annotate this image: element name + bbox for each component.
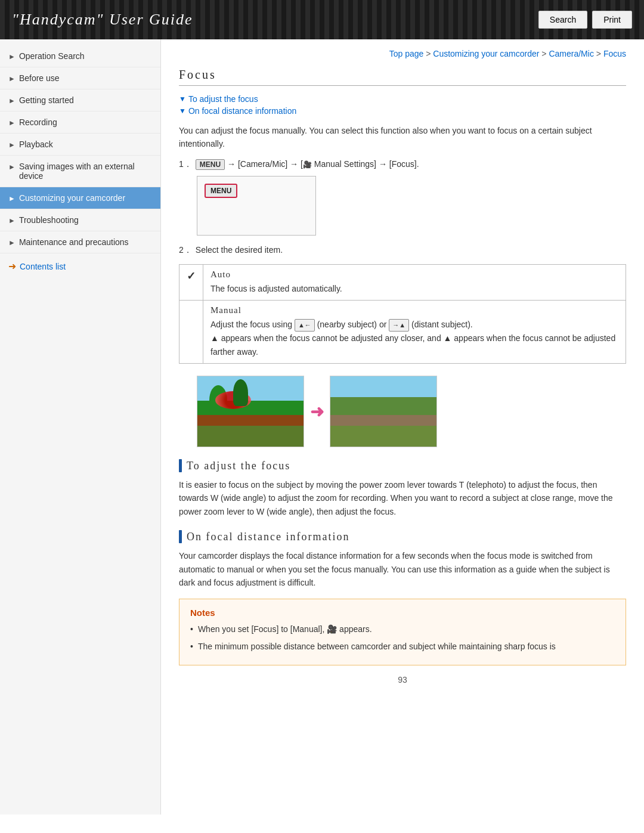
- menu-button-image: MENU: [205, 184, 237, 198]
- check-cell: ✓: [179, 264, 203, 300]
- auto-option-header: Auto: [210, 270, 618, 280]
- toc-link-focal[interactable]: ▼ On focal distance information: [179, 106, 626, 116]
- transition-arrow-icon: ➜: [310, 402, 324, 422]
- arrow-icon: ►: [8, 163, 16, 171]
- notes-box: Notes • When you set [Focus] to [Manual]…: [179, 599, 626, 665]
- breadcrumb-sep3: >: [596, 49, 603, 58]
- distant-icon: →▲: [389, 319, 409, 332]
- menu-tag: MENU: [196, 159, 225, 170]
- sidebar-item-label: Playback: [19, 140, 152, 149]
- step-1-content: MENU → [Camera/Mic] → [🎥 Manual Settings…: [196, 159, 419, 170]
- after-focus-image: [330, 376, 437, 447]
- options-table: ✓ Auto The focus is adjusted automatical…: [179, 264, 626, 364]
- table-row: ✓ Auto The focus is adjusted automatical…: [179, 264, 626, 300]
- bullet-icon: •: [190, 640, 193, 653]
- empty-check-cell: [179, 301, 203, 364]
- notes-item-2: • The minimum possible distance between …: [190, 640, 615, 653]
- toc-adjust-label: To adjust the focus: [188, 94, 258, 104]
- breadcrumb-customizing[interactable]: Customizing your camcorder: [433, 49, 539, 58]
- breadcrumb-focus[interactable]: Focus: [603, 49, 626, 58]
- menu-illustration: MENU: [197, 176, 316, 236]
- manual-option-cell: Manual Adjust the focus using ▲← (nearby…: [203, 301, 626, 364]
- focus-images-row: ➜: [197, 376, 626, 447]
- contents-list-link[interactable]: ➜ Contents list: [0, 253, 160, 279]
- search-button[interactable]: Search: [538, 11, 587, 29]
- sidebar-item-label: Operation Search: [19, 51, 152, 61]
- sidebar-item-operation-search[interactable]: ► Operation Search: [0, 45, 160, 67]
- main-layout: ► Operation Search ► Before use ► Gettin…: [0, 39, 644, 815]
- step-1: 1． MENU → [Camera/Mic] → [🎥 Manual Setti…: [179, 159, 626, 170]
- arrow-icon: ►: [8, 239, 16, 247]
- table-row: Manual Adjust the focus using ▲← (nearby…: [179, 301, 626, 364]
- sidebar-item-label: Saving images with an external device: [19, 162, 152, 181]
- triangle-icon: ▼: [179, 95, 186, 103]
- sidebar-item-label: Customizing your camcorder: [19, 193, 152, 203]
- sidebar-item-playback[interactable]: ► Playback: [0, 134, 160, 156]
- section-adjust-title: To adjust the focus: [187, 460, 290, 472]
- sidebar-item-customizing[interactable]: ► Customizing your camcorder: [0, 187, 160, 209]
- arrow-icon: ►: [8, 141, 16, 149]
- notes-item-2-text: The minimum possible distance between ca…: [198, 640, 556, 653]
- sidebar-item-saving-images[interactable]: ► Saving images with an external device: [0, 156, 160, 187]
- breadcrumb-camera-mic[interactable]: Camera/Mic: [549, 49, 593, 58]
- step-2-text: Select the desired item.: [196, 245, 283, 255]
- notes-item-1: • When you set [Focus] to [Manual], 🎥 ap…: [190, 623, 615, 636]
- sidebar: ► Operation Search ► Before use ► Gettin…: [0, 39, 161, 815]
- manual-option-desc: Adjust the focus using ▲← (nearby subjec…: [210, 318, 618, 358]
- section-focal-header: On focal distance information: [179, 530, 626, 543]
- sidebar-item-label: Maintenance and precautions: [19, 237, 152, 247]
- notes-title: Notes: [190, 608, 615, 618]
- red-flowers: [215, 391, 251, 409]
- toc-links: ▼ To adjust the focus ▼ On focal distanc…: [179, 94, 626, 116]
- auto-option-desc: The focus is adjusted automatically.: [210, 282, 618, 295]
- step-2: 2． Select the desired item.: [179, 245, 626, 256]
- bullet-icon: •: [190, 623, 193, 636]
- section-focal-text: Your camcorder displays the focal distan…: [179, 549, 626, 589]
- sidebar-item-troubleshooting[interactable]: ► Troubleshooting: [0, 209, 160, 231]
- print-button[interactable]: Print: [592, 11, 632, 29]
- sidebar-item-getting-started[interactable]: ► Getting started: [0, 89, 160, 112]
- sidebar-item-label: Recording: [19, 117, 152, 127]
- arrow-icon: ►: [8, 75, 16, 83]
- breadcrumb-top[interactable]: Top page: [389, 49, 424, 58]
- app-title: "Handycam" User Guide: [12, 11, 193, 29]
- manual-option-header: Manual: [210, 305, 618, 315]
- section-adjust-header: To adjust the focus: [179, 459, 626, 472]
- sidebar-item-label: Getting started: [19, 95, 152, 105]
- arrow-icon: ►: [8, 216, 16, 225]
- sidebar-item-label: Before use: [19, 73, 152, 83]
- toc-focal-label: On focal distance information: [188, 106, 296, 116]
- breadcrumb: Top page > Customizing your camcorder > …: [179, 49, 626, 58]
- step-1-seq: → [Camera/Mic] → [: [227, 159, 303, 169]
- auto-option-cell: Auto The focus is adjusted automatically…: [203, 264, 626, 300]
- step-1-number: 1．: [179, 159, 192, 170]
- section-bar-icon: [179, 459, 182, 472]
- step-1-seq2: Manual Settings] → [Focus].: [312, 159, 419, 169]
- arrow-icon: ►: [8, 194, 16, 203]
- toc-link-adjust[interactable]: ▼ To adjust the focus: [179, 94, 626, 104]
- intro-text: You can adjust the focus manually. You c…: [179, 124, 626, 151]
- breadcrumb-sep1: >: [426, 49, 433, 58]
- contents-list-label: Contents list: [20, 262, 66, 271]
- triangle-icon: ▼: [179, 107, 186, 115]
- page-number: 93: [179, 675, 626, 685]
- manual-settings-icon: 🎥: [303, 160, 312, 169]
- contents-arrow-icon: ➜: [8, 261, 16, 272]
- before-focus-image: [197, 376, 304, 447]
- arrow-icon: ►: [8, 97, 16, 105]
- nearby-icon: ▲←: [295, 319, 315, 332]
- sidebar-item-recording[interactable]: ► Recording: [0, 112, 160, 134]
- arrow-icon: ►: [8, 52, 16, 61]
- header: "Handycam" User Guide Search Print: [0, 0, 644, 39]
- page-title: Focus: [179, 68, 626, 86]
- breadcrumb-sep2: >: [541, 49, 549, 58]
- section-focal-title: On focal distance information: [187, 531, 349, 543]
- header-buttons: Search Print: [538, 11, 632, 29]
- sidebar-item-before-use[interactable]: ► Before use: [0, 67, 160, 89]
- sidebar-item-maintenance[interactable]: ► Maintenance and precautions: [0, 231, 160, 253]
- section-adjust-text: It is easier to focus on the subject by …: [179, 478, 626, 518]
- section-bar-icon: [179, 530, 182, 543]
- notes-item-1-text: When you set [Focus] to [Manual], 🎥 appe…: [198, 623, 372, 636]
- arrow-icon: ►: [8, 119, 16, 127]
- content-area: Top page > Customizing your camcorder > …: [161, 39, 644, 815]
